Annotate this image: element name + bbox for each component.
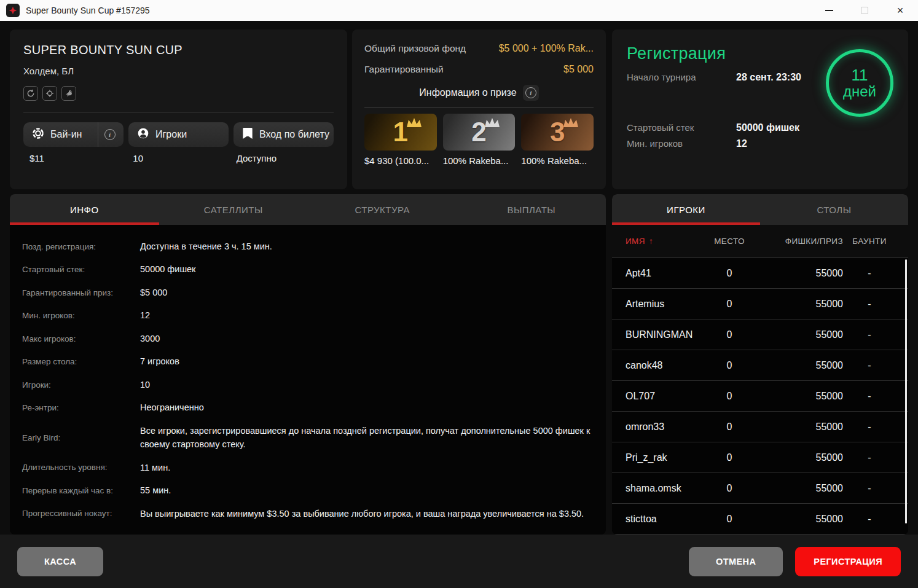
table-row[interactable]: Artemius 0 55000 - bbox=[612, 289, 908, 319]
column-place[interactable]: МЕСТО bbox=[702, 237, 757, 246]
buyin-info-button[interactable]: i bbox=[98, 122, 121, 147]
player-place: 0 bbox=[702, 268, 757, 279]
summary-divider bbox=[23, 112, 334, 112]
info-row-value: Неограниченно bbox=[140, 401, 595, 414]
prize-caption: $4 930 (100.0... bbox=[364, 155, 437, 166]
stack-value: 50000 фишек bbox=[736, 122, 799, 133]
info-row-value: 55 мин. bbox=[140, 484, 595, 497]
prize-place-2[interactable]: 2 100% Rakeba... bbox=[443, 114, 516, 166]
close-button[interactable]: × bbox=[882, 0, 918, 21]
buyin-value: $11 bbox=[23, 153, 127, 163]
players-scrollbar[interactable] bbox=[905, 259, 907, 523]
table-row[interactable]: Pri_z_rak 0 55000 - bbox=[612, 442, 908, 473]
prize-divider bbox=[364, 107, 594, 108]
registration-panel: Регистрация Начало турнира 28 сент. 23:3… bbox=[612, 29, 908, 189]
window-title: Super Bounty Sun Cup #157295 bbox=[26, 6, 150, 15]
player-bounty: - bbox=[843, 483, 896, 494]
info-row-value: 11 мин. bbox=[140, 461, 595, 474]
table-row[interactable]: OL707 0 55000 - bbox=[612, 381, 908, 412]
info-row-label: Длительность уровня: bbox=[22, 463, 140, 472]
trophy-gold-icon: 1 bbox=[364, 114, 437, 151]
info-row-label: Позд. регистрация: bbox=[22, 242, 140, 251]
tab-info[interactable]: ИНФО bbox=[10, 194, 159, 225]
table-row[interactable]: BURNINGMAN 0 55000 - bbox=[612, 319, 908, 350]
info-row-value: 50000 фишек bbox=[140, 262, 595, 276]
start-value: 28 сент. 23:30 bbox=[736, 72, 801, 83]
player-chips: 55000 bbox=[757, 421, 843, 433]
countdown-timer: 11 дней bbox=[826, 49, 893, 117]
info-row-value: 10 bbox=[140, 378, 595, 391]
info-row-label: Гарантированный приз: bbox=[22, 288, 140, 297]
early-bird-icon bbox=[61, 86, 76, 101]
prize-info-button[interactable]: i bbox=[523, 85, 539, 101]
player-bounty: - bbox=[843, 391, 896, 402]
register-button[interactable]: РЕГИСТРАЦИЯ bbox=[795, 547, 901, 576]
tab-players[interactable]: ИГРОКИ bbox=[612, 194, 760, 225]
info-row-label: Макс игроков: bbox=[22, 334, 140, 343]
player-place: 0 bbox=[702, 391, 757, 402]
player-bounty: - bbox=[843, 421, 896, 433]
table-row[interactable]: shama.omsk 0 55000 - bbox=[612, 473, 908, 504]
player-name: Pri_z_rak bbox=[626, 452, 702, 463]
info-row-label: Размер стола: bbox=[22, 357, 140, 366]
cancel-button[interactable]: ОТМЕНА bbox=[689, 547, 783, 576]
stack-label: Стартовый стек bbox=[627, 122, 736, 133]
app-logo-icon bbox=[6, 4, 20, 17]
players-value: 10 bbox=[127, 153, 230, 163]
sort-asc-icon: ↑ bbox=[649, 237, 653, 246]
table-row[interactable]: omron33 0 55000 - bbox=[612, 412, 908, 442]
prize-pool-panel: Общий призовой фонд $5 000 + 100% Rak...… bbox=[352, 29, 606, 189]
tournament-variant: Холдем, БЛ bbox=[23, 66, 334, 76]
ticket-label: Вход по билету bbox=[259, 129, 329, 140]
info-row-value: 3000 bbox=[140, 332, 595, 345]
info-body: Позд. регистрация: Доступна в течение 3 … bbox=[10, 225, 606, 520]
players-label: Игроки bbox=[155, 129, 187, 140]
info-icon: i bbox=[104, 129, 116, 140]
column-chips[interactable]: ФИШКИ/ПРИЗ bbox=[757, 237, 843, 246]
column-bounty[interactable]: БАУНТИ bbox=[843, 237, 896, 246]
info-row-label: Early Bird: bbox=[22, 433, 140, 442]
players-pill[interactable]: Игроки bbox=[128, 122, 229, 147]
column-name-sort[interactable]: ИМЯ ↑ bbox=[626, 237, 702, 246]
prize-place-3[interactable]: 3 100% Rakeba... bbox=[521, 114, 594, 166]
player-bounty: - bbox=[843, 360, 896, 371]
trophy-silver-icon: 2 bbox=[443, 114, 516, 151]
info-row-value: Все игроки, зарегистрировавшиеся до нача… bbox=[140, 424, 595, 452]
info-row-value: 12 bbox=[140, 308, 595, 322]
lobby-content: SUPER BOUNTY SUN CUP Холдем, БЛ bbox=[0, 21, 918, 588]
tab-structure[interactable]: СТРУКТУРА bbox=[308, 194, 457, 225]
player-chips: 55000 bbox=[757, 391, 843, 402]
buyin-pill[interactable]: Бай-ин i bbox=[23, 122, 124, 147]
info-row-value: Вы выигрываете как минимум $3.50 за выби… bbox=[140, 507, 595, 520]
info-row-label: Прогрессивный нокаут: bbox=[22, 509, 140, 518]
cashier-button[interactable]: КАССА bbox=[17, 547, 103, 576]
table-row[interactable]: sticttoa 0 55000 - bbox=[612, 504, 908, 535]
min-players-label: Мин. игроков bbox=[627, 138, 736, 149]
tab-satellites[interactable]: САТЕЛЛИТЫ bbox=[159, 194, 308, 225]
maximize-button[interactable] bbox=[847, 0, 882, 21]
countdown-unit: дней bbox=[843, 84, 876, 100]
player-bounty: - bbox=[843, 452, 896, 463]
prize-caption: 100% Rakeba... bbox=[443, 155, 516, 166]
info-row-value: Доступна в течение 3 ч. 15 мин. bbox=[140, 240, 595, 253]
player-bounty: - bbox=[843, 514, 896, 525]
tab-tables[interactable]: СТОЛЫ bbox=[760, 194, 908, 225]
table-row[interactable]: canok48 0 55000 - bbox=[612, 350, 908, 381]
reentry-icon bbox=[23, 86, 38, 101]
ticket-icon bbox=[242, 127, 253, 142]
prize-total-value: $5 000 + 100% Rak... bbox=[499, 43, 594, 54]
prize-caption: 100% Rakeba... bbox=[521, 155, 594, 166]
ticket-value: Доступно bbox=[230, 153, 334, 163]
info-row-label: Ре-энтри: bbox=[22, 403, 140, 412]
tab-payouts[interactable]: ВЫПЛАТЫ bbox=[457, 194, 606, 225]
info-row-label: Игроки: bbox=[22, 380, 140, 390]
countdown-value: 11 bbox=[852, 66, 868, 84]
minimize-button[interactable] bbox=[811, 0, 847, 21]
table-row[interactable]: Apt41 0 55000 - bbox=[612, 258, 908, 289]
player-chips: 55000 bbox=[757, 483, 843, 494]
ticket-pill[interactable]: Вход по билету bbox=[233, 122, 334, 147]
prize-place-1[interactable]: 1 $4 930 (100.0... bbox=[364, 114, 437, 166]
player-name: BURNINGMAN bbox=[626, 329, 702, 340]
info-panel: ИНФО САТЕЛЛИТЫ СТРУКТУРА ВЫПЛАТЫ Позд. р… bbox=[10, 194, 606, 535]
player-chips: 55000 bbox=[757, 268, 843, 279]
